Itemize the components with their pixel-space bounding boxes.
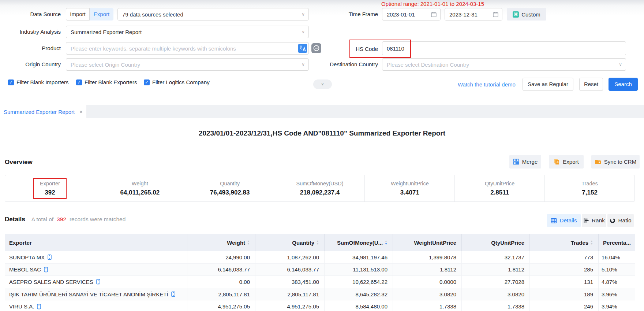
export-toggle-button[interactable]: Export	[90, 8, 113, 21]
table-column-header[interactable]: QtyUnitPrice	[462, 234, 530, 251]
table-column-header[interactable]: SumOfMoney(U... ▲ ▼	[325, 234, 393, 251]
cell: 3.0820	[462, 288, 530, 300]
checkbox-check-icon[interactable]: ✓	[144, 79, 150, 85]
collapse-filters-button[interactable]: ∨	[313, 79, 332, 89]
translate-icon[interactable]	[298, 44, 307, 53]
search-button[interactable]: Search	[609, 78, 638, 91]
table-column-header[interactable]: Percenta...	[599, 234, 635, 251]
hs-code-input[interactable]: 081110	[382, 41, 626, 55]
industry-analysis-label: Industry Analysis	[0, 26, 61, 38]
export-icon	[554, 159, 560, 165]
contact-icon[interactable]	[171, 291, 176, 297]
checkbox-check-icon[interactable]: ✓	[8, 79, 14, 85]
sort-caret-down-icon[interactable]: ▼	[590, 242, 593, 245]
stat-label: Weight	[132, 181, 148, 186]
data-sources-select[interactable]: 79 data sources selected ∨	[117, 8, 309, 21]
matched-count: 392	[57, 216, 66, 223]
cell: 246	[530, 300, 599, 311]
contact-icon[interactable]	[47, 254, 52, 260]
filter-checkbox[interactable]: ✓ Filter Blank Exporters	[76, 79, 137, 85]
table-column-header[interactable]: Trades ▲ ▼	[530, 234, 599, 251]
end-date-input[interactable]: 2023-12-31	[445, 8, 502, 21]
matched-suffix: records were matched	[70, 216, 126, 223]
origin-country-placeholder: Please select Origin Country	[71, 62, 140, 68]
stat-value: 2.8511	[490, 189, 509, 196]
table-header-row: Exporter Weight ▲ ▼ Quantity ▲ ▼ SumOfMo…	[5, 234, 635, 251]
filter-checkbox[interactable]: ✓ Filter Logitics Company	[144, 79, 210, 85]
table-column-header[interactable]: Quantity ▲ ▼	[255, 234, 325, 251]
checkbox-check-icon[interactable]: ✓	[76, 79, 82, 85]
details-table-icon	[551, 218, 557, 224]
contact-icon[interactable]	[96, 279, 101, 285]
export-label: Export	[563, 159, 579, 165]
exporter-cell: MEBOL SAC	[5, 264, 187, 276]
cell: 11,131,513.00	[325, 264, 393, 276]
close-icon[interactable]: ×	[79, 109, 83, 115]
exporter-name[interactable]: IŞIK TARIM ÜRÜNLERİ SANAYİ VE TİCARET AN…	[9, 291, 168, 297]
exporter-name[interactable]: ASEPRO SALES AND SERVICES	[9, 279, 93, 285]
view-rank-button[interactable]: Rank	[582, 214, 606, 227]
industry-analysis-select[interactable]: Summarized Exporter Report ∨	[66, 26, 309, 38]
view-details-button[interactable]: Details	[547, 214, 581, 227]
start-date-input[interactable]: 2023-01-01	[382, 8, 441, 21]
overview-stat: QtyUnitPrice 2.8511	[455, 175, 545, 201]
destination-country-label: Destination Country	[311, 58, 378, 71]
view-ratio-button[interactable]: Ratio	[607, 214, 634, 227]
stat-value: 64,011,265.02	[120, 189, 160, 196]
table-row: MEBOL SAC 6,146,033.776,146,033.7711,131…	[5, 264, 635, 276]
tutorial-link[interactable]: Watch the tutorial demo	[458, 81, 516, 88]
column-label: WeightUnitPrice	[414, 240, 456, 246]
overview-stat: Quantity 76,493,902.83	[185, 175, 275, 201]
table-row: ASEPRO SALES AND SERVICES 0.00383,451.00…	[5, 276, 635, 288]
table-row: VIRU S.A. 4,951,275.054,951,275.058,584,…	[5, 300, 635, 311]
overview-stat: Exporter 392	[5, 175, 95, 201]
table-column-header[interactable]: Weight ▲ ▼	[187, 234, 255, 251]
filter-checkbox[interactable]: ✓ Filter Blank Importers	[8, 79, 69, 85]
sort-caret-down-icon[interactable]: ▼	[385, 242, 387, 245]
origin-country-select[interactable]: Please select Origin Country ∨	[66, 58, 309, 71]
overview-stat: WeightUnitPrice 3.4071	[365, 175, 455, 201]
sort-caret-down-icon[interactable]: ▼	[316, 242, 319, 245]
exporter-name[interactable]: SUNOPTA MX	[9, 254, 45, 260]
product-keywords-input[interactable]	[66, 42, 309, 55]
import-toggle-button[interactable]: Import	[66, 8, 90, 21]
sort-control[interactable]: ▲ ▼	[385, 240, 387, 245]
overview-stat: Weight 64,011,265.02	[95, 175, 185, 201]
cell: 16.04%	[599, 251, 635, 263]
reset-button[interactable]: Reset	[579, 78, 603, 91]
time-frame-label: Time Frame	[322, 8, 378, 21]
cell: 285	[530, 264, 599, 276]
export-button[interactable]: Export	[549, 155, 584, 169]
save-as-regular-button[interactable]: Save as Regular	[523, 78, 573, 91]
table-column-header[interactable]: Exporter	[5, 234, 187, 251]
sort-control[interactable]: ▲ ▼	[590, 240, 593, 245]
cell: 5.10%	[599, 264, 635, 276]
stat-value: 7,152	[582, 189, 598, 196]
contact-icon[interactable]	[37, 304, 41, 310]
tab-summarized-exporter-report[interactable]: Summarized Exporter Report ×	[0, 105, 86, 119]
contact-icon[interactable]	[44, 267, 48, 273]
sort-control[interactable]: ▲ ▼	[316, 240, 319, 245]
sync-to-crm-button[interactable]: Sync to CRM	[591, 155, 640, 169]
sort-caret-down-icon[interactable]: ▼	[247, 242, 250, 245]
cell: 1.7338	[393, 300, 462, 311]
stat-value: 218,092,237.4	[300, 189, 340, 196]
merge-button[interactable]: Merge	[509, 155, 541, 169]
hs-code-label: HS Code	[322, 43, 378, 55]
cell: 3.94%	[599, 300, 635, 311]
destination-country-select[interactable]: Please select Destination Country ∨	[382, 58, 626, 71]
merge-icon	[513, 159, 519, 165]
sort-control[interactable]: ▲ ▼	[247, 240, 250, 245]
stat-label: Trades	[581, 181, 598, 186]
stat-value: 76,493,902.83	[210, 189, 250, 196]
exporter-name[interactable]: MEBOL SAC	[9, 266, 41, 273]
exclude-keywords-icon[interactable]	[311, 43, 321, 53]
custom-range-button[interactable]: ⌘ Custom	[507, 8, 546, 21]
cell: 8,645,282.32	[325, 288, 393, 300]
checkbox-label: Filter Blank Importers	[16, 79, 69, 85]
cell: 34,981,197.46	[325, 251, 393, 263]
exporter-name[interactable]: VIRU S.A.	[9, 303, 34, 310]
table-column-header[interactable]: WeightUnitPrice	[393, 234, 462, 251]
view-rank-label: Rank	[592, 217, 605, 224]
merge-label: Merge	[522, 159, 538, 165]
